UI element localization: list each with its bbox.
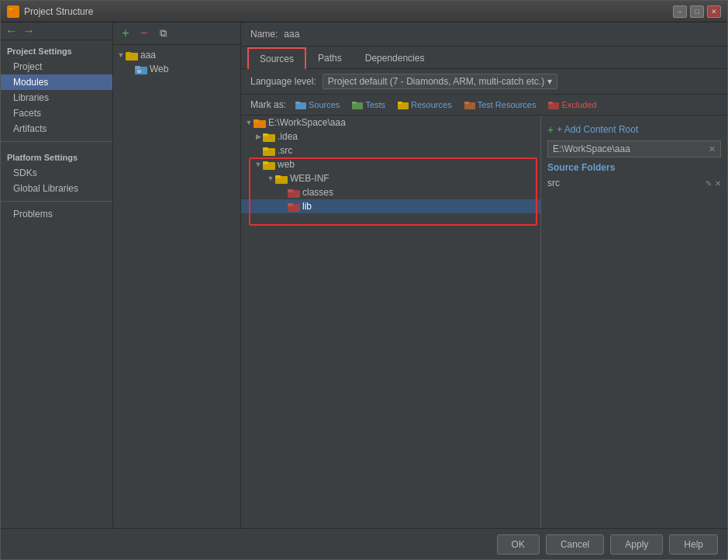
svg-rect-3 bbox=[126, 52, 131, 55]
sidebar-item-artifacts[interactable]: Artifacts bbox=[1, 121, 112, 137]
remove-source-folder-button[interactable]: ✕ bbox=[715, 179, 721, 188]
tab-dependencies[interactable]: Dependencies bbox=[354, 47, 436, 69]
src-folder-icon bbox=[263, 146, 275, 156]
sidebar: ← → Project Settings Project Modules Lib… bbox=[1, 22, 113, 528]
mark-as-tests-button[interactable]: Tests bbox=[349, 99, 388, 110]
file-tree-src[interactable]: ▶ .src bbox=[241, 143, 540, 157]
tab-paths-label: Paths bbox=[318, 53, 342, 64]
source-folder-actions: ✎ ✕ bbox=[706, 179, 721, 188]
lib-folder-icon bbox=[288, 202, 300, 212]
title-bar: Project Structure − □ ✕ bbox=[1, 1, 727, 22]
minimize-button[interactable]: − bbox=[673, 5, 687, 18]
sidebar-item-libraries-label: Libraries bbox=[13, 92, 49, 103]
web-inf-label: WEB-INF bbox=[290, 173, 329, 184]
svg-rect-28 bbox=[288, 189, 293, 192]
sidebar-item-global-libraries[interactable]: Global Libraries bbox=[1, 181, 112, 196]
right-panel: + + Add Content Root E:\WorkSpace\aaa ✕ … bbox=[541, 116, 727, 528]
workspace-folder-icon bbox=[254, 118, 266, 128]
file-tree-workspace-root[interactable]: ▼ E:\WorkSpace\aaa bbox=[241, 116, 540, 130]
sidebar-item-project-label: Project bbox=[13, 61, 42, 72]
mark-as-tests-label: Tests bbox=[365, 100, 385, 109]
file-tree-lib[interactable]: ▶ lib bbox=[241, 199, 540, 213]
tab-sources[interactable]: Sources bbox=[247, 47, 306, 69]
sidebar-item-facets[interactable]: Facets bbox=[1, 105, 112, 121]
sidebar-item-libraries[interactable]: Libraries bbox=[1, 90, 112, 105]
web-inf-arrow: ▼ bbox=[266, 174, 275, 183]
language-level-value: Project default (7 - Diamonds, ARM, mult… bbox=[328, 76, 544, 87]
cancel-button[interactable]: Cancel bbox=[546, 534, 604, 555]
copy-module-button[interactable]: ⧉ bbox=[155, 26, 171, 41]
idea-arrow: ▶ bbox=[254, 132, 263, 141]
sidebar-divider-2 bbox=[1, 201, 112, 202]
language-level-select[interactable]: Project default (7 - Diamonds, ARM, mult… bbox=[323, 74, 557, 89]
sidebar-item-problems[interactable]: Problems bbox=[1, 206, 112, 222]
svg-text:w: w bbox=[136, 68, 142, 74]
apply-button[interactable]: Apply bbox=[610, 534, 663, 555]
mark-as-test-resources-label: Test Resources bbox=[478, 100, 537, 109]
svg-rect-1 bbox=[9, 8, 13, 10]
workspace-arrow: ▼ bbox=[244, 118, 254, 127]
file-tree-web-inf[interactable]: ▼ WEB-INF bbox=[241, 171, 540, 185]
tree-item-web[interactable]: w Web bbox=[113, 62, 240, 76]
language-level-label: Language level: bbox=[250, 76, 316, 87]
forward-button[interactable]: → bbox=[21, 24, 36, 38]
back-button[interactable]: ← bbox=[4, 24, 19, 38]
lib-label: lib bbox=[302, 201, 312, 212]
svg-rect-24 bbox=[263, 161, 268, 164]
file-tree-classes[interactable]: ▶ classes bbox=[241, 185, 540, 199]
add-content-root-button[interactable]: + + Add Content Root bbox=[547, 122, 721, 140]
source-folder-src-label: src bbox=[547, 178, 560, 188]
tree-arrow-web bbox=[126, 64, 135, 74]
help-button[interactable]: Help bbox=[669, 534, 718, 555]
idea-folder-icon bbox=[263, 132, 275, 142]
project-settings-label: Project Settings bbox=[1, 40, 112, 59]
sidebar-item-modules[interactable]: Modules bbox=[1, 74, 112, 90]
name-label: Name: bbox=[250, 29, 278, 40]
mark-as-sources-label: Sources bbox=[309, 100, 340, 109]
test-resources-folder-icon bbox=[464, 100, 475, 109]
classes-folder-icon bbox=[288, 188, 300, 198]
file-tree-web[interactable]: ▼ web bbox=[241, 157, 540, 171]
app-icon bbox=[7, 5, 19, 18]
remove-content-root-button[interactable]: ✕ bbox=[709, 144, 716, 154]
add-module-button[interactable]: + bbox=[118, 26, 133, 41]
sidebar-item-sdks-label: SDKs bbox=[13, 168, 37, 178]
tab-paths[interactable]: Paths bbox=[306, 47, 354, 69]
tab-sources-label: Sources bbox=[260, 54, 294, 64]
plus-content-root-icon: + bbox=[547, 123, 554, 136]
source-folder-item-src: src ✎ ✕ bbox=[547, 176, 721, 190]
split-content: ▼ E:\WorkSpace\aaa ▶ bbox=[241, 116, 727, 528]
maximize-button[interactable]: □ bbox=[690, 5, 704, 18]
mark-as-label: Mark as: bbox=[250, 99, 286, 110]
sidebar-item-project[interactable]: Project bbox=[1, 59, 112, 74]
mark-as-sources-button[interactable]: Sources bbox=[292, 99, 343, 110]
sidebar-item-modules-label: Modules bbox=[13, 77, 48, 88]
mark-as-row: Mark as: Sources Tests bbox=[241, 95, 727, 116]
svg-rect-18 bbox=[254, 119, 259, 123]
src-label: .src bbox=[278, 145, 292, 156]
web-folder-icon bbox=[263, 160, 275, 170]
sidebar-item-sdks[interactable]: SDKs bbox=[1, 165, 112, 181]
svg-rect-20 bbox=[263, 133, 268, 137]
file-tree-idea[interactable]: ▶ .idea bbox=[241, 130, 540, 143]
main-content: ← → Project Settings Project Modules Lib… bbox=[1, 22, 727, 528]
tree-item-aaa[interactable]: ▼ aaa bbox=[113, 48, 240, 62]
svg-rect-10 bbox=[352, 102, 357, 104]
ok-button[interactable]: OK bbox=[497, 534, 540, 555]
sidebar-divider bbox=[1, 141, 112, 142]
edit-source-folder-button[interactable]: ✎ bbox=[706, 179, 712, 188]
tabs-row: Sources Paths Dependencies bbox=[241, 47, 727, 69]
mark-as-resources-button[interactable]: Resources bbox=[395, 99, 455, 110]
name-value: aaa bbox=[284, 29, 299, 40]
tree-item-aaa-label: aaa bbox=[140, 50, 156, 60]
folder-icon-web: w bbox=[135, 64, 147, 74]
close-button[interactable]: ✕ bbox=[707, 5, 721, 18]
window-controls: − □ ✕ bbox=[673, 5, 721, 18]
remove-module-button[interactable]: − bbox=[136, 26, 152, 41]
mark-as-excluded-button[interactable]: Excluded bbox=[545, 99, 599, 110]
sidebar-item-global-libraries-label: Global Libraries bbox=[13, 183, 78, 194]
svg-rect-22 bbox=[263, 147, 268, 150]
svg-rect-30 bbox=[288, 203, 293, 206]
mark-as-test-resources-button[interactable]: Test Resources bbox=[461, 99, 540, 110]
content-root-path: E:\WorkSpace\aaa ✕ bbox=[547, 140, 721, 157]
